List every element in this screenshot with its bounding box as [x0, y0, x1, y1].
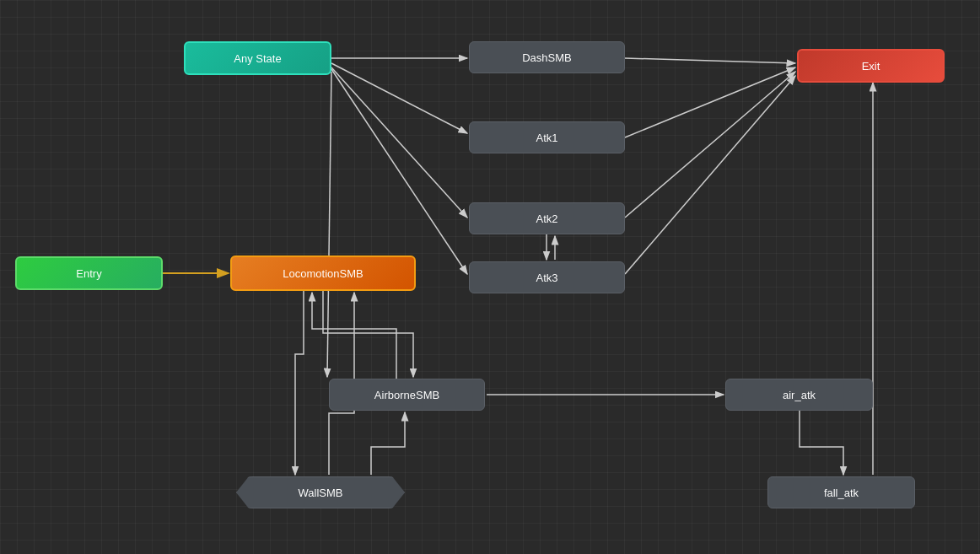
air-atk-label: air_atk [783, 389, 816, 401]
atk1-label: Atk1 [536, 132, 557, 144]
exit-node[interactable]: Exit [797, 49, 945, 83]
dash-node[interactable]: DashSMB [469, 41, 625, 73]
fall-atk-node[interactable]: fall_atk [767, 476, 915, 508]
atk3-node[interactable]: Atk3 [469, 261, 625, 293]
air-atk-node[interactable]: air_atk [725, 379, 873, 411]
any-state-label: Any State [234, 52, 281, 65]
entry-node[interactable]: Entry [15, 256, 163, 290]
atk2-node[interactable]: Atk2 [469, 202, 625, 234]
fall-atk-label: fall_atk [824, 487, 859, 499]
locomotion-label: LocomotionSMB [283, 267, 363, 280]
atk3-label: Atk3 [536, 272, 557, 284]
atk2-label: Atk2 [536, 212, 557, 225]
wall-label: WallSMB [299, 487, 343, 499]
dash-label: DashSMB [522, 51, 572, 64]
any-state-node[interactable]: Any State [184, 41, 331, 75]
locomotion-node[interactable]: LocomotionSMB [230, 255, 416, 291]
atk1-node[interactable]: Atk1 [469, 121, 625, 153]
airborne-node[interactable]: AirborneSMB [329, 379, 485, 411]
exit-label: Exit [862, 60, 880, 73]
entry-label: Entry [76, 267, 101, 280]
wall-node[interactable]: WallSMB [236, 476, 405, 508]
airborne-label: AirborneSMB [374, 389, 439, 401]
